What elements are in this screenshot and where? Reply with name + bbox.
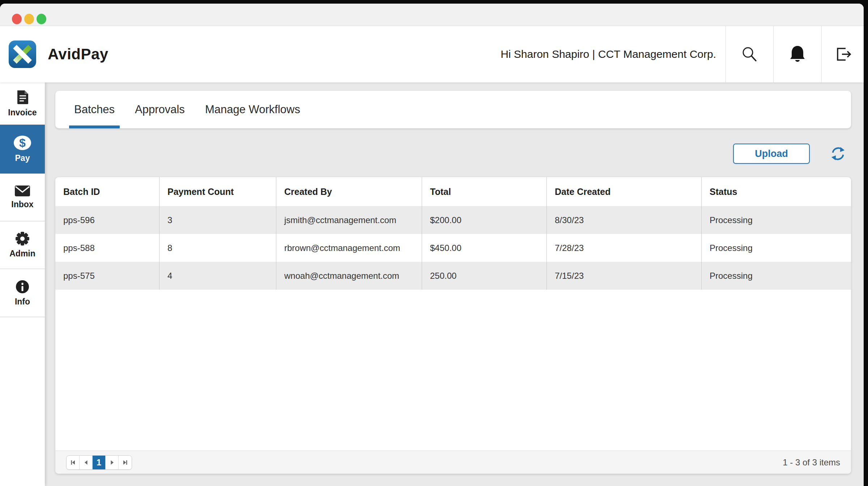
notifications-button[interactable]	[774, 26, 821, 82]
logout-button[interactable]	[822, 26, 864, 82]
cell-date-created: 7/28/23	[547, 234, 702, 262]
items-count-label: 1 - 3 of 3 items	[783, 457, 840, 468]
dollar-circle-icon: $	[13, 135, 31, 150]
tab-manage-workflows[interactable]: Manage Workflows	[195, 91, 310, 128]
close-window-button[interactable]	[12, 14, 22, 24]
minimize-window-button[interactable]	[24, 14, 34, 24]
column-header-status[interactable]: Status	[702, 177, 851, 206]
cell-total: $200.00	[422, 206, 547, 234]
last-page-button[interactable]	[119, 456, 132, 469]
prev-page-icon	[83, 460, 89, 465]
pagination-bar: 1 1 - 3 of 3 ite	[55, 451, 851, 474]
sidebar-item-inbox[interactable]: Inbox	[0, 174, 45, 221]
column-header-total[interactable]: Total	[422, 177, 547, 206]
sidebar-item-label: Pay	[15, 153, 30, 163]
cell-total: $450.00	[422, 234, 547, 262]
table-row[interactable]: pps-588 8 rbrown@cctmanagement.com $450.…	[55, 234, 851, 262]
refresh-icon[interactable]	[830, 145, 846, 162]
sidebar-item-label: Admin	[9, 249, 35, 259]
svg-text:$: $	[19, 136, 26, 149]
tab-approvals[interactable]: Approvals	[125, 91, 195, 128]
avidxchange-logo-icon	[9, 40, 36, 68]
table-header-row: Batch ID Payment Count Created By Total …	[55, 177, 851, 206]
previous-page-button[interactable]	[80, 456, 93, 469]
cell-batch-id: pps-588	[55, 234, 159, 262]
app-title: AvidPay	[48, 26, 109, 82]
zoom-window-button[interactable]	[37, 14, 46, 24]
pager: 1	[66, 455, 132, 470]
next-page-icon	[109, 460, 115, 465]
search-icon	[740, 45, 759, 64]
tab-label: Approvals	[135, 103, 185, 116]
info-circle-icon	[15, 280, 30, 294]
first-page-button[interactable]	[67, 456, 80, 469]
search-button[interactable]	[726, 26, 773, 82]
bell-icon	[788, 44, 807, 64]
cell-payment-count: 3	[159, 206, 276, 234]
cell-payment-count: 4	[159, 262, 276, 290]
window-titlebar	[0, 4, 864, 26]
table-row[interactable]: pps-575 4 wnoah@cctmanagement.com 250.00…	[55, 262, 851, 290]
last-page-icon	[122, 460, 128, 465]
column-header-created-by[interactable]: Created By	[276, 177, 422, 206]
app-header: AvidPay Hi Sharon Shapiro | CCT Manageme…	[0, 26, 864, 82]
upload-button[interactable]: Upload	[733, 144, 810, 164]
next-page-button[interactable]	[106, 456, 119, 469]
cell-payment-count: 8	[159, 234, 276, 262]
app-window: AvidPay Hi Sharon Shapiro | CCT Manageme…	[0, 4, 864, 486]
tab-batches[interactable]: Batches	[64, 91, 125, 128]
cell-date-created: 7/15/23	[547, 262, 702, 290]
cell-created-by: wnoah@cctmanagement.com	[276, 262, 422, 290]
header-actions: Hi Sharon Shapiro | CCT Management Corp.	[501, 26, 864, 82]
first-page-icon	[70, 460, 76, 465]
sidebar-item-info[interactable]: Info	[0, 269, 45, 317]
cell-created-by: jsmith@cctmanagement.com	[276, 206, 422, 234]
tab-bar: Batches Approvals Manage Workflows	[55, 91, 851, 128]
cell-batch-id: pps-596	[55, 206, 159, 234]
gear-icon	[15, 231, 30, 246]
table-row[interactable]: pps-596 3 jsmith@cctmanagement.com $200.…	[55, 206, 851, 234]
sidebar-filler	[0, 317, 45, 486]
batches-table: Batch ID Payment Count Created By Total …	[55, 177, 851, 474]
cell-batch-id: pps-575	[55, 262, 159, 290]
invoice-document-icon	[15, 90, 30, 105]
sidebar-item-label: Info	[15, 297, 30, 307]
cell-status: Processing	[702, 234, 851, 262]
page-number-button[interactable]: 1	[93, 456, 106, 469]
column-header-payment-count[interactable]: Payment Count	[159, 177, 276, 206]
active-tab-underline	[69, 125, 120, 128]
cell-status: Processing	[702, 206, 851, 234]
tab-label: Batches	[74, 103, 115, 116]
column-header-date-created[interactable]: Date Created	[547, 177, 702, 206]
logout-icon	[833, 44, 853, 64]
screen: AvidPay Hi Sharon Shapiro | CCT Manageme…	[0, 0, 868, 486]
tab-label: Manage Workflows	[205, 103, 300, 116]
sidebar-item-pay[interactable]: $ Pay	[0, 125, 45, 174]
sidebar-item-invoice[interactable]: Invoice	[0, 82, 45, 125]
sidebar-item-label: Invoice	[8, 108, 37, 118]
main-content: Batches Approvals Manage Workflows Uploa…	[45, 82, 864, 486]
sidebar-item-admin[interactable]: Admin	[0, 221, 45, 269]
sidebar-item-label: Inbox	[11, 200, 33, 209]
cell-date-created: 8/30/23	[547, 206, 702, 234]
cell-status: Processing	[702, 262, 851, 290]
envelope-icon	[14, 185, 30, 197]
sidebar-nav: Invoice $ Pay Inbox	[0, 82, 45, 486]
cell-total: 250.00	[422, 262, 547, 290]
column-header-batch-id[interactable]: Batch ID	[55, 177, 159, 206]
cell-created-by: rbrown@cctmanagement.com	[276, 234, 422, 262]
user-greeting: Hi Sharon Shapiro | CCT Management Corp.	[501, 26, 726, 82]
